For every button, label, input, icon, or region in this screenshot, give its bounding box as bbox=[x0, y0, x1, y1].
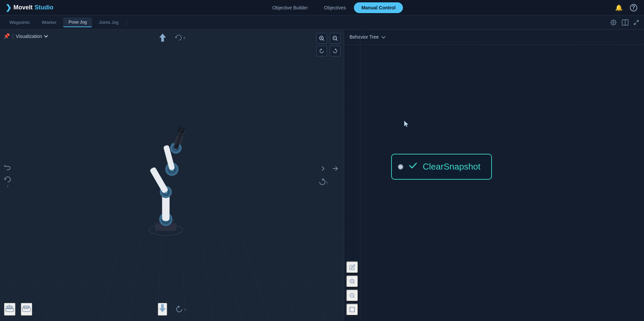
top-arrow-controls: x bbox=[158, 33, 185, 42]
robot-visualization bbox=[0, 30, 344, 321]
svg-marker-5 bbox=[159, 34, 166, 42]
bottom-left-controls bbox=[4, 303, 32, 316]
visualization-header: 📌 Visualization bbox=[3, 33, 48, 39]
split-view-button[interactable] bbox=[620, 18, 630, 27]
notification-bell-button[interactable]: 🔔 bbox=[614, 3, 624, 13]
nav-center: Objective Builder Objectives Manual Cont… bbox=[60, 2, 607, 13]
panel-bottom-icons bbox=[344, 30, 360, 321]
logo-arrow-icon: ❯ bbox=[5, 3, 11, 12]
arrow-up-button[interactable] bbox=[158, 33, 167, 42]
nav-manual-control[interactable]: Manual Control bbox=[354, 2, 403, 13]
visualization-panel: 📌 Visualization x bbox=[0, 30, 344, 321]
app-logo: ❯ MoveIt Studio bbox=[5, 3, 53, 12]
zoom-out-button[interactable] bbox=[330, 33, 340, 44]
visualization-label: Visualization bbox=[16, 34, 42, 39]
node-title-text: ClearSnapshot bbox=[423, 162, 480, 172]
nav-right-arrow-button[interactable] bbox=[318, 163, 328, 174]
zoom-in-button[interactable] bbox=[316, 33, 327, 44]
behavior-tree-header: Behavior Tree bbox=[344, 30, 644, 45]
rotate-x-button[interactable]: x bbox=[175, 33, 185, 42]
rotate-y-label: y bbox=[7, 184, 9, 188]
header-separator bbox=[13, 34, 13, 39]
svg-marker-24 bbox=[159, 304, 166, 312]
dot-background bbox=[344, 30, 644, 321]
rotate-cw-z-button[interactable] bbox=[330, 46, 340, 56]
tab-joints-jog[interactable]: Joints Jog bbox=[93, 18, 124, 27]
tab-imarker[interactable]: IMarker bbox=[36, 18, 62, 27]
visualization-dropdown[interactable]: Visualization bbox=[16, 34, 48, 39]
rotate-row bbox=[316, 46, 340, 56]
help-icon: ? bbox=[630, 4, 637, 11]
mid-right-controls: y bbox=[318, 163, 340, 187]
tab-waypoints[interactable]: Waypoints bbox=[4, 18, 35, 27]
behavior-tree-dropdown[interactable] bbox=[381, 34, 385, 40]
bottom-center-controls: x bbox=[158, 303, 186, 316]
clear-snapshot-node[interactable]: ClearSnapshot bbox=[391, 154, 492, 180]
behavior-tree-panel: Behavior Tree ClearSnapshot bbox=[344, 30, 644, 321]
nav-right-arrow2-button[interactable] bbox=[330, 163, 340, 174]
arrow-right-row bbox=[318, 163, 340, 174]
help-button[interactable]: ? bbox=[629, 3, 639, 13]
zoom-out-tree-button[interactable] bbox=[346, 289, 358, 302]
check-icon bbox=[408, 160, 418, 173]
fit-view-button[interactable] bbox=[346, 304, 358, 316]
svg-line-7 bbox=[323, 39, 324, 41]
left-side-controls: y bbox=[3, 163, 12, 188]
chevron-down-icon bbox=[381, 36, 385, 39]
svg-line-11 bbox=[336, 39, 337, 41]
settings-icon-button[interactable] bbox=[609, 18, 618, 27]
rotate-ry-button[interactable]: y bbox=[318, 177, 328, 187]
rotate-cx-group: x bbox=[175, 303, 186, 316]
main-content: 📌 Visualization x bbox=[0, 30, 644, 321]
nav-objective-builder[interactable]: Objective Builder bbox=[264, 2, 316, 13]
edit-tree-button[interactable] bbox=[346, 261, 358, 273]
tabs-right-controls bbox=[609, 18, 640, 27]
rotate-cx-icon bbox=[175, 305, 183, 313]
cursor-indicator bbox=[403, 120, 410, 130]
rotate-ccw-z-button[interactable] bbox=[316, 46, 327, 56]
robot-arm-svg bbox=[122, 111, 222, 239]
tab-separator bbox=[127, 19, 127, 26]
zoom-in-tree-button[interactable] bbox=[346, 275, 358, 287]
nav-right: 🔔 ? bbox=[614, 3, 639, 13]
tab-pose-jog[interactable]: Pose Jog bbox=[63, 17, 92, 27]
svg-rect-18 bbox=[11, 306, 13, 309]
undo-button[interactable] bbox=[3, 163, 12, 171]
fist-hand-button[interactable] bbox=[21, 303, 32, 316]
node-connector bbox=[398, 164, 403, 170]
svg-rect-58 bbox=[350, 307, 355, 312]
expand-button[interactable] bbox=[633, 18, 640, 27]
svg-line-52 bbox=[353, 282, 354, 283]
rotate-ry-row: y bbox=[318, 177, 340, 187]
chevron-down-icon bbox=[44, 35, 48, 38]
svg-line-56 bbox=[353, 296, 354, 297]
arrow-down-button[interactable] bbox=[158, 303, 167, 316]
zoom-row bbox=[316, 33, 340, 44]
pin-icon: 📌 bbox=[3, 33, 10, 39]
logo-moveit-text: MoveIt bbox=[13, 4, 33, 11]
svg-rect-15 bbox=[6, 306, 8, 309]
svg-point-0 bbox=[613, 21, 614, 23]
rotate-left-button[interactable]: y bbox=[3, 175, 12, 188]
zoom-controls bbox=[316, 33, 340, 56]
logo-studio-text: Studio bbox=[35, 4, 53, 11]
nav-objectives[interactable]: Objectives bbox=[316, 2, 354, 13]
top-navigation: ❯ MoveIt Studio Objective Builder Object… bbox=[0, 0, 644, 15]
bell-icon: 🔔 bbox=[615, 4, 623, 11]
rotate-cx-label: x bbox=[184, 307, 186, 311]
tabs-bar: Waypoints IMarker Pose Jog Joints Jog bbox=[0, 15, 644, 30]
open-hand-button[interactable] bbox=[4, 303, 15, 316]
